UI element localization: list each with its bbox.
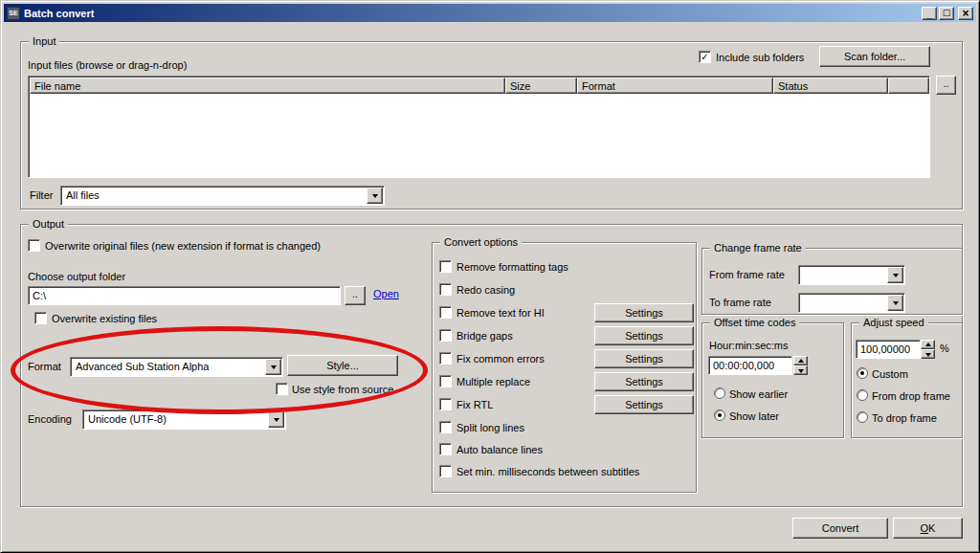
settings-button-label: Settings [625, 330, 663, 342]
offset-spin-down-button[interactable] [793, 365, 808, 375]
format-dropdown-arrow-icon[interactable] [265, 359, 281, 375]
encoding-dropdown[interactable]: Unicode (UTF-8) [82, 409, 286, 430]
change-frame-rate-group-title: Change frame rate [710, 242, 806, 254]
app-icon: SE [7, 7, 20, 20]
scan-folder-button[interactable]: Scan folder... [819, 46, 930, 67]
from-drop-frame-radio[interactable] [857, 389, 868, 401]
encoding-dropdown-arrow-icon[interactable] [268, 411, 284, 428]
from-frame-rate-arrow-icon[interactable] [887, 267, 903, 283]
speed-input[interactable]: 100,00000 [856, 340, 921, 359]
maximize-icon: □ [943, 9, 951, 17]
settings-button-label: Settings [625, 307, 663, 319]
convert-button-label: Convert [822, 522, 859, 534]
format-label: Format [28, 361, 61, 373]
offset-format-label: Hour:min:sec:ms [709, 340, 789, 352]
custom-label: Custom [872, 368, 908, 381]
style-button-label: Style... [326, 360, 359, 371]
offset-time-input[interactable]: 00:00:00,000 [708, 356, 792, 375]
input-group-title: Input [29, 35, 59, 48]
offset-spin-up-button[interactable] [793, 356, 808, 365]
format-value: Advanced Sub Station Alpha [76, 361, 209, 372]
from-frame-rate-dropdown[interactable] [798, 265, 905, 285]
convert-button[interactable]: Convert [792, 518, 888, 539]
fix-common-errors-checkbox[interactable] [439, 352, 452, 365]
column-header-status[interactable]: Status [773, 77, 888, 94]
settings-button-label: Settings [625, 376, 663, 387]
speed-spin-down-button[interactable] [921, 349, 935, 359]
include-sub-folders-checkbox[interactable]: ✓ [699, 51, 711, 63]
minimize-icon: _ [926, 10, 932, 19]
speed-spin-up-button[interactable] [921, 340, 935, 349]
settings-multiple-replace-button[interactable]: Settings [594, 372, 694, 391]
remove-formatting-tags-checkbox[interactable] [439, 260, 452, 273]
custom-radio[interactable] [857, 367, 868, 379]
to-drop-frame-radio[interactable] [857, 411, 868, 423]
show-earlier-radio[interactable] [714, 387, 725, 399]
bridge-gaps-checkbox[interactable] [439, 329, 452, 342]
close-button[interactable]: × [958, 7, 973, 20]
output-browse-button[interactable]: .. [345, 286, 366, 305]
from-frame-rate-label: From frame rate [709, 269, 785, 281]
overwrite-existing-files-checkbox[interactable] [34, 312, 47, 324]
open-output-folder-link[interactable]: Open [373, 288, 399, 299]
encoding-value: Unicode (UTF-8) [88, 413, 167, 425]
window-title: Batch convert [24, 8, 920, 19]
encoding-label: Encoding [28, 413, 72, 426]
settings-button-label: Settings [625, 353, 663, 365]
overwrite-original-files-checkbox[interactable] [28, 239, 40, 252]
settings-fix-rtl-button[interactable]: Settings [594, 395, 694, 414]
redo-casing-checkbox[interactable] [439, 283, 452, 296]
auto-balance-lines-checkbox[interactable] [439, 443, 452, 455]
titlebar: SE Batch convert _ □ × [4, 4, 976, 22]
percent-label: % [940, 343, 949, 355]
ok-button[interactable]: OK [893, 518, 963, 539]
settings-remove-text-for-hi-button[interactable]: Settings [594, 303, 694, 322]
column-header-format[interactable]: Format [577, 77, 773, 94]
column-header-file-name[interactable]: File name [30, 77, 505, 94]
file-list[interactable]: File name Size Format Status [28, 76, 930, 178]
to-frame-rate-arrow-icon[interactable] [887, 295, 903, 311]
filter-dropdown[interactable]: All files [60, 186, 385, 206]
show-later-radio[interactable] [714, 409, 725, 421]
style-button[interactable]: Style... [287, 355, 398, 376]
format-dropdown[interactable]: Advanced Sub Station Alpha [70, 357, 283, 377]
adjust-speed-group-title: Adjust speed [859, 317, 928, 329]
offset-time-codes-group-title: Offset time codes [710, 317, 799, 329]
ok-button-label: OK [921, 522, 936, 534]
check-icon: ✓ [700, 52, 710, 62]
output-group-title: Output [29, 218, 68, 231]
minimize-button[interactable]: _ [922, 7, 937, 20]
input-browse-button[interactable]: .. [936, 76, 956, 95]
remove-text-for-hi-checkbox[interactable] [439, 306, 452, 319]
output-folder-input[interactable]: C:\ [28, 286, 341, 305]
output-browse-button-label: .. [352, 288, 358, 299]
filter-dropdown-arrow-icon[interactable] [367, 188, 383, 204]
settings-fix-common-errors-button[interactable]: Settings [594, 349, 694, 368]
use-style-from-source-label: Use style from source [292, 384, 393, 396]
remove-text-for-hi-label: Remove text for HI [457, 307, 545, 320]
multiple-replace-checkbox[interactable] [439, 375, 452, 387]
maximize-button[interactable]: □ [939, 7, 954, 20]
batch-convert-dialog: SE Batch convert _ □ × Input ✓ Include s… [0, 0, 980, 553]
use-style-from-source-checkbox[interactable] [276, 383, 288, 395]
settings-button-label: Settings [625, 399, 663, 410]
speed-spinner [921, 340, 935, 359]
filter-value: All files [66, 189, 100, 201]
fix-rtl-checkbox[interactable] [439, 398, 452, 410]
remove-formatting-tags-label: Remove formatting tags [457, 261, 568, 274]
set-min-milliseconds-checkbox[interactable] [439, 465, 452, 477]
choose-output-folder-label: Choose output folder [28, 271, 125, 283]
split-long-lines-checkbox[interactable] [439, 421, 452, 433]
close-icon: × [962, 8, 969, 19]
show-earlier-label: Show earlier [729, 388, 788, 401]
settings-bridge-gaps-button[interactable]: Settings [594, 326, 694, 345]
fix-common-errors-label: Fix common errors [457, 353, 545, 365]
column-header-size[interactable]: Size [505, 77, 577, 94]
input-files-label: Input files (browse or drag-n-drop) [28, 59, 187, 72]
to-frame-rate-label: To frame rate [709, 297, 771, 309]
set-min-milliseconds-label: Set min. milliseconds between subtitles [457, 466, 639, 478]
to-frame-rate-dropdown[interactable] [798, 293, 905, 313]
from-drop-frame-label: From drop frame [872, 390, 950, 403]
overwrite-existing-files-label: Overwrite existing files [52, 313, 157, 325]
column-header-blank [888, 77, 929, 94]
